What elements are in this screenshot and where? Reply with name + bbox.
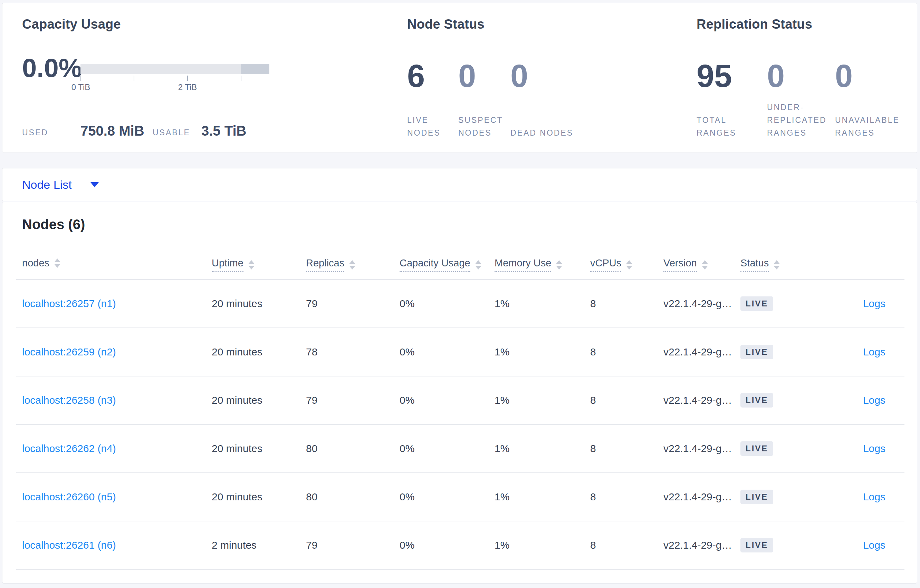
memory-cell: 1% [489, 346, 584, 358]
node-status-section: Node Status 6 LIVE NODES 0 SUSPECT NODES… [407, 3, 684, 152]
dead-nodes-label: DEAD NODES [510, 127, 583, 139]
table-row: localhost:26259 (n2) 20 minutes 78 0% 1%… [16, 328, 904, 376]
cluster-summary-card: Capacity Usage 0.0% 0 TiB 2 TiB USED 750… [2, 3, 917, 153]
unavailable-ranges-label: UNAVAILABLE RANGES [835, 114, 914, 139]
view-selector-card: Node List [2, 168, 917, 201]
column-header-replicas[interactable]: Replicas [300, 257, 394, 272]
node-link[interactable]: localhost:26262 (n4) [22, 443, 116, 454]
uptime-cell: 20 minutes [206, 491, 300, 503]
axis-tick-label: 0 TiB [60, 82, 102, 92]
version-cell: v22.1.4-29-g… [658, 443, 735, 454]
replicas-cell: 78 [300, 346, 394, 358]
status-badge: LIVE [740, 538, 773, 552]
logs-link[interactable]: Logs [863, 491, 886, 502]
used-label: USED [22, 128, 49, 137]
logs-link[interactable]: Logs [863, 298, 886, 309]
live-nodes-stat: 6 LIVE NODES [407, 60, 458, 139]
sort-icon [626, 260, 632, 270]
uptime-cell: 2 minutes [206, 540, 300, 551]
sort-icon [475, 260, 481, 270]
memory-cell: 1% [489, 298, 584, 310]
version-cell: v22.1.4-29-g… [658, 540, 735, 551]
replicas-cell: 80 [300, 443, 394, 454]
node-link[interactable]: localhost:26260 (n5) [22, 491, 116, 502]
node-list-dropdown-label: Node List [22, 178, 72, 192]
vcpus-cell: 8 [584, 346, 658, 358]
logs-link[interactable]: Logs [863, 346, 886, 357]
status-cell: LIVE [735, 345, 803, 359]
under-replicated-ranges-value: 0 [767, 60, 835, 92]
status-cell: LIVE [735, 393, 803, 407]
column-header-capacity-usage[interactable]: Capacity Usage [394, 257, 489, 272]
column-header-status[interactable]: Status [735, 257, 803, 272]
total-ranges-value: 95 [696, 60, 767, 92]
node-link[interactable]: localhost:26258 (n3) [22, 394, 116, 406]
node-status-title: Node Status [407, 17, 484, 32]
axis-tick [187, 76, 188, 81]
axis-tick [134, 76, 134, 81]
replication-status-title: Replication Status [696, 17, 812, 32]
capacity-cell: 0% [394, 540, 489, 551]
column-header-label: nodes [22, 257, 49, 269]
node-status-stats: 6 LIVE NODES 0 SUSPECT NODES 0 DEAD NODE… [407, 60, 586, 139]
node-list-dropdown[interactable]: Node List [22, 178, 99, 192]
nodes-table-card: Nodes (6) nodes Uptime Replicas Capacity… [2, 202, 917, 583]
uptime-cell: 20 minutes [206, 443, 300, 454]
memory-cell: 1% [489, 443, 584, 454]
column-header-uptime[interactable]: Uptime [206, 257, 300, 272]
logs-link[interactable]: Logs [863, 443, 886, 454]
suspect-nodes-stat: 0 SUSPECT NODES [458, 60, 510, 139]
status-badge: LIVE [740, 345, 773, 359]
sort-icon [349, 260, 355, 270]
capacity-usage-title: Capacity Usage [22, 17, 121, 32]
column-header-memory-use[interactable]: Memory Use [489, 257, 584, 272]
table-row: localhost:26261 (n6) 2 minutes 79 0% 1% … [16, 522, 904, 570]
node-link[interactable]: localhost:26259 (n2) [22, 346, 116, 357]
capacity-cell: 0% [394, 394, 489, 406]
logs-link[interactable]: Logs [863, 394, 886, 406]
used-value: 750.8 MiB [81, 123, 144, 139]
column-header-vcpus[interactable]: vCPUs [584, 257, 658, 272]
status-cell: LIVE [735, 296, 803, 311]
nodes-table: nodes Uptime Replicas Capacity Usage Mem… [16, 257, 904, 570]
suspect-nodes-value: 0 [458, 60, 510, 92]
table-row: localhost:26262 (n4) 20 minutes 80 0% 1%… [16, 425, 904, 473]
unavailable-ranges-stat: 0 UNAVAILABLE RANGES [835, 60, 918, 139]
status-cell: LIVE [735, 441, 803, 456]
column-header-version[interactable]: Version [658, 257, 735, 272]
sort-icon [774, 260, 780, 270]
node-link[interactable]: localhost:26257 (n1) [22, 298, 116, 309]
status-cell: LIVE [735, 489, 803, 504]
replicas-cell: 79 [300, 298, 394, 310]
nodes-heading: Nodes (6) [22, 217, 85, 232]
capacity-used-row: USED 750.8 MiB USABLE 3.5 TiB [22, 123, 395, 140]
vcpus-cell: 8 [584, 394, 658, 406]
node-link[interactable]: localhost:26261 (n6) [22, 540, 116, 551]
usable-label: USABLE [153, 128, 190, 137]
axis-tick [241, 76, 241, 81]
unavailable-ranges-value: 0 [835, 60, 918, 92]
cluster-overview-page: Capacity Usage 0.0% 0 TiB 2 TiB USED 750… [0, 0, 920, 583]
memory-cell: 1% [489, 540, 584, 551]
column-header-label: Uptime [212, 257, 243, 272]
replication-status-stats: 95 TOTAL RANGES 0 UNDER-REPLICATED RANGE… [696, 60, 918, 139]
column-header-label: Replicas [306, 257, 344, 272]
table-header-row: nodes Uptime Replicas Capacity Usage Mem… [16, 257, 904, 280]
column-header-nodes[interactable]: nodes [16, 257, 206, 269]
logs-link[interactable]: Logs [863, 540, 886, 551]
dead-nodes-value: 0 [510, 60, 586, 92]
live-nodes-value: 6 [407, 60, 458, 92]
replicas-cell: 79 [300, 540, 394, 551]
sort-icon [556, 260, 562, 270]
table-row: localhost:26257 (n1) 20 minutes 79 0% 1%… [16, 280, 904, 328]
capacity-percent-value: 0.0% [22, 55, 82, 81]
replicas-cell: 80 [300, 491, 394, 503]
under-replicated-ranges-stat: 0 UNDER-REPLICATED RANGES [767, 60, 835, 139]
sort-icon [702, 260, 708, 270]
uptime-cell: 20 minutes [206, 346, 300, 358]
status-badge: LIVE [740, 393, 773, 407]
version-cell: v22.1.4-29-g… [658, 491, 735, 503]
status-cell: LIVE [735, 538, 803, 552]
status-badge: LIVE [740, 489, 773, 504]
replication-status-section: Replication Status 95 TOTAL RANGES 0 UND… [696, 3, 918, 152]
